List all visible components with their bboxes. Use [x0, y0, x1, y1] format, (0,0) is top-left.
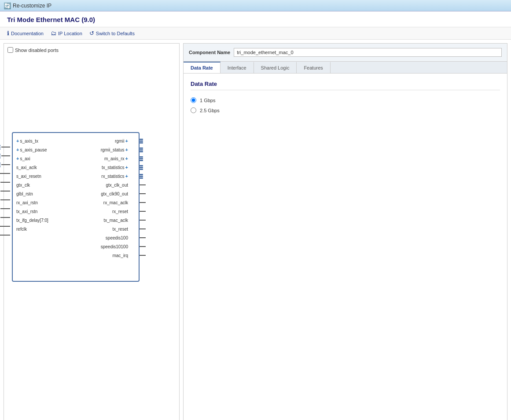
component-diagram: + s_axis_tx + s_axis_pause [12, 132, 176, 282]
show-disabled-checkbox[interactable] [7, 47, 13, 53]
radio-2gbps[interactable] [191, 107, 196, 113]
expand-tx-statistics[interactable]: + [125, 165, 128, 170]
left-connector-rx-axi-rstn [0, 204, 10, 213]
top-bar-icon: 🔄 [4, 2, 11, 9]
left-connector-tx-axi-rstn [0, 213, 10, 222]
left-ports: + s_axis_tx + s_axis_pause [16, 136, 48, 233]
port-rgmii-status: rgmii_status + [101, 145, 128, 154]
left-connector-s-axis-tx [0, 143, 10, 151]
port-name-rx-axi-rstn: rx_axi_rstn [16, 200, 38, 205]
show-disabled-label: Show disabled ports [15, 48, 59, 53]
top-bar-title: Re-customize IP [13, 3, 51, 9]
ip-location-link[interactable]: 🗂 IP Location [51, 30, 82, 37]
right-conn-gtx-clk-out [140, 181, 146, 189]
tab-interface[interactable]: Interface [221, 62, 254, 73]
left-connector-s-axi-resetn [0, 178, 10, 187]
port-glbl-rstn: glbl_rstn [16, 189, 48, 198]
port-rx-mac-aclk: rx_mac_aclk [103, 198, 128, 207]
port-name-rgmii-status: rgmii_status [101, 147, 125, 152]
right-conn-rgmii-status [140, 145, 146, 154]
port-s-axis-pause: + s_axis_pause [16, 145, 48, 154]
port-gtx-clk-out: gtx_clk_out [106, 181, 128, 189]
title-bar: Tri Mode Ethernet MAC (9.0) [0, 11, 511, 27]
right-conn-rx-mac-aclk [140, 198, 146, 207]
info-icon: ℹ [7, 30, 9, 37]
port-name-gtx-clk: gtx_clk [16, 183, 30, 188]
component-name-value: tri_mode_ethernet_mac_0 [234, 48, 502, 57]
port-name-gtx-clk90-out: gtx_clk90_out [101, 192, 128, 196]
page-title: Tri Mode Ethernet MAC (9.0) [7, 16, 504, 23]
port-tx-mac-aclk: tx_mac_aclk [103, 216, 128, 225]
tab-data-rate[interactable]: Data Rate [184, 62, 221, 73]
port-mac-irq: mac_irq [112, 251, 128, 260]
documentation-link[interactable]: ℹ Documentation [7, 30, 44, 37]
port-rx-statistics: rx_statistics + [101, 172, 128, 181]
content: Show disabled ports [0, 40, 511, 420]
right-connectors [140, 136, 146, 260]
port-name-s-axi: s_axi [20, 156, 30, 161]
switch-defaults-link[interactable]: ↺ Switch to Defaults [89, 30, 135, 37]
port-tx-statistics: tx_statistics + [102, 163, 128, 172]
ip-location-label: IP Location [58, 31, 82, 36]
port-m-axis-rx: m_axis_rx + [104, 154, 128, 163]
toolbar: ℹ Documentation 🗂 IP Location ↺ Switch t… [0, 27, 511, 40]
right-conn-speedis10100 [140, 242, 146, 251]
radio-1gbps[interactable] [191, 97, 196, 103]
left-connector-s-axi [0, 160, 10, 169]
port-name-s-axi-aclk: s_axi_aclk [16, 165, 37, 170]
section-title: Data Rate [191, 81, 500, 90]
expand-s-axi[interactable]: + [16, 156, 19, 161]
right-conn-speedis100 [140, 233, 146, 242]
port-tx-ifg-delay: tx_ifg_delay[7:0] [16, 216, 48, 225]
option-2gbps-row: 2.5 Gbps [191, 107, 500, 113]
left-connector-glbl-rstn [0, 195, 10, 204]
tab-content: Data Rate 1 Gbps 2.5 Gbps [184, 74, 507, 420]
tab-features[interactable]: Features [297, 62, 330, 73]
port-name-tx-ifg-delay: tx_ifg_delay[7:0] [16, 218, 48, 223]
right-conn-m-axis-rx [140, 154, 146, 163]
port-name-s-axis-pause: s_axis_pause [20, 147, 47, 152]
tabs: Data Rate Interface Shared Logic Feature… [184, 62, 507, 74]
port-name-rx-statistics: rx_statistics [101, 174, 124, 179]
right-conn-tx-statistics [140, 163, 146, 172]
expand-m-axis-rx[interactable]: + [125, 156, 128, 161]
left-connector-tx-ifg-delay [0, 222, 10, 231]
port-name-tx-mac-aclk: tx_mac_aclk [103, 218, 128, 223]
show-disabled-row: Show disabled ports [7, 47, 176, 53]
main-window: Tri Mode Ethernet MAC (9.0) ℹ Documentat… [0, 11, 511, 420]
port-rx-axi-rstn: rx_axi_rstn [16, 198, 48, 207]
left-connector-refclk [0, 231, 10, 239]
expand-rgmii[interactable]: + [125, 138, 128, 144]
port-s-axi-aclk: s_axi_aclk [16, 163, 48, 172]
right-conn-rx-statistics [140, 172, 146, 181]
port-speedis100: speedis100 [106, 233, 128, 242]
port-name-rx-mac-aclk: rx_mac_aclk [103, 200, 128, 205]
port-name-m-axis-rx: m_axis_rx [104, 156, 125, 161]
component-name-row: Component Name tri_mode_ethernet_mac_0 [184, 44, 507, 62]
port-name-refclk: refclk [16, 227, 27, 232]
expand-s-axis-pause[interactable]: + [16, 147, 19, 152]
right-conn-mac-irq [140, 251, 146, 260]
port-name-mac-irq: mac_irq [112, 253, 128, 258]
port-s-axi-resetn: s_axi_resetn [16, 172, 48, 181]
folder-icon: 🗂 [51, 30, 56, 37]
label-1gbps[interactable]: 1 Gbps [200, 98, 215, 103]
left-connector-s-axis-pause [0, 151, 10, 160]
left-connector-gtx-clk [0, 187, 10, 195]
left-panel: Show disabled ports [4, 43, 180, 420]
refresh-icon: ↺ [89, 30, 94, 37]
left-connectors [0, 143, 10, 239]
label-2gbps[interactable]: 2.5 Gbps [200, 108, 220, 113]
port-name-rgmii: rgmii [115, 139, 125, 144]
port-tx-reset: tx_reset [112, 225, 128, 233]
expand-rgmii-status[interactable]: + [125, 147, 128, 152]
expand-rx-statistics[interactable]: + [125, 173, 128, 179]
tab-shared-logic[interactable]: Shared Logic [254, 62, 297, 73]
right-conn-tx-reset [140, 225, 146, 233]
port-name-tx-statistics: tx_statistics [102, 165, 125, 170]
right-conn-tx-mac-aclk [140, 216, 146, 225]
port-name-gtx-clk-out: gtx_clk_out [106, 183, 128, 188]
expand-s-axis-tx[interactable]: + [16, 138, 19, 144]
port-tx-axi-rstn: tx_axi_rstn [16, 207, 48, 216]
port-name-speedis100: speedis100 [106, 236, 128, 240]
